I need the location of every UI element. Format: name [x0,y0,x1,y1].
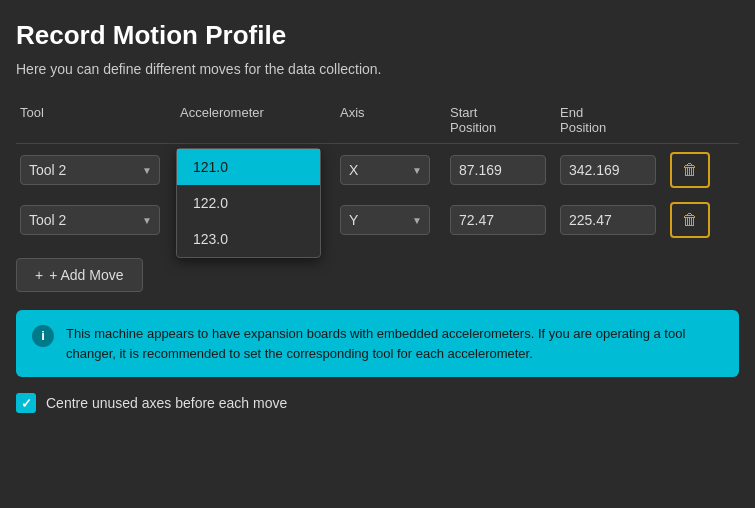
start-position-input-2[interactable] [450,205,546,235]
start-position-input-1[interactable] [450,155,546,185]
tool-dropdown-wrapper-2: Tool 1 Tool 2 Tool 3 [20,205,160,235]
delete-button-2[interactable]: 🗑 [670,202,710,238]
axis-select-2[interactable]: X Y Z [340,205,430,235]
col-header-accelerometer: Accelerometer [176,103,336,137]
page-title: Record Motion Profile [16,20,739,51]
rows-area: Tool 1 Tool 2 Tool 3 121.0 122.0 123.0 [16,148,739,242]
table-row: Tool 1 Tool 2 Tool 3 121.0 122.0 123.0 [16,198,739,242]
delete-button-1[interactable]: 🗑 [670,152,710,188]
tool-select-1[interactable]: Tool 1 Tool 2 Tool 3 [20,155,160,185]
info-icon: i [32,325,54,347]
col-header-actions [666,103,726,137]
axis-dropdown-wrapper-2: X Y Z [340,205,430,235]
table-row: Tool 1 Tool 2 Tool 3 121.0 122.0 123.0 [16,148,739,192]
cell-start-2 [446,201,556,239]
end-position-input-2[interactable] [560,205,656,235]
cell-start-1 [446,151,556,189]
cell-tool-2: Tool 1 Tool 2 Tool 3 [16,201,176,239]
tool-dropdown-wrapper-1: Tool 1 Tool 2 Tool 3 [20,155,160,185]
cell-axis-2: X Y Z [336,201,446,239]
end-position-input-1[interactable] [560,155,656,185]
cell-end-2 [556,201,666,239]
col-header-axis: Axis [336,103,446,137]
centre-axes-checkbox[interactable] [16,393,36,413]
info-banner: i This machine appears to have expansion… [16,310,739,377]
dropdown-option-121[interactable]: 121.0 [177,149,320,185]
col-header-tool: Tool [16,103,176,137]
col-header-end-position: EndPosition [556,103,666,137]
add-move-label: + Add Move [49,267,123,283]
page-subtitle: Here you can define different moves for … [16,61,739,77]
axis-dropdown-wrapper-1: X Y Z [340,155,430,185]
table-header: Tool Accelerometer Axis StartPosition En… [16,97,739,144]
accelerometer-dropdown-overlay: 121.0 122.0 123.0 [176,148,321,258]
page-container: Record Motion Profile Here you can defin… [0,0,755,433]
dropdown-option-122[interactable]: 122.0 [177,185,320,221]
cell-delete-1: 🗑 [666,148,726,192]
dropdown-option-123[interactable]: 123.0 [177,221,320,257]
axis-select-1[interactable]: X Y Z [340,155,430,185]
checkbox-row: Centre unused axes before each move [16,393,739,413]
info-banner-text: This machine appears to have expansion b… [66,324,723,363]
centre-axes-label: Centre unused axes before each move [46,395,287,411]
cell-tool-1: Tool 1 Tool 2 Tool 3 [16,151,176,189]
col-header-start-position: StartPosition [446,103,556,137]
add-move-button[interactable]: + + Add Move [16,258,143,292]
cell-end-1 [556,151,666,189]
cell-delete-2: 🗑 [666,198,726,242]
plus-icon: + [35,267,43,283]
tool-select-2[interactable]: Tool 1 Tool 2 Tool 3 [20,205,160,235]
cell-axis-1: X Y Z [336,151,446,189]
